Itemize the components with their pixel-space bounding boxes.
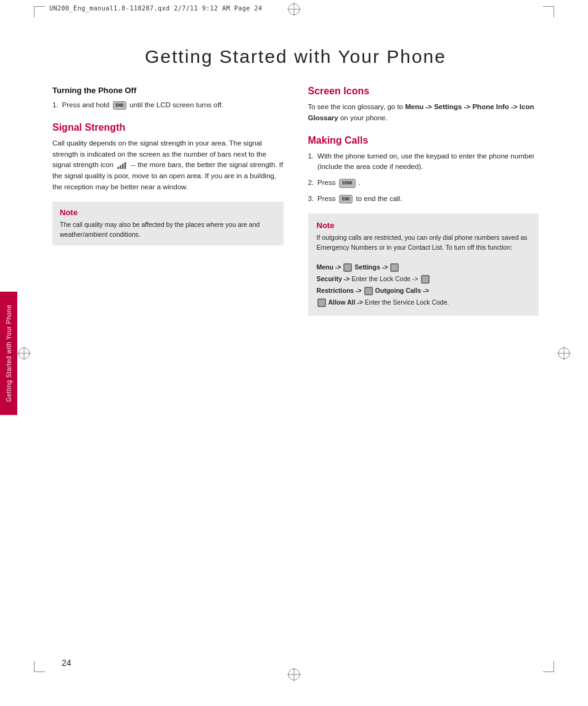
section-making-calls: Making Calls 1. With the phone turned on… (308, 135, 539, 205)
side-tab-text: Getting Started with Your Phone (6, 305, 12, 402)
security-label: Security -> (317, 275, 350, 282)
left-column: Turning the Phone Off 1. Press and hold … (52, 86, 284, 245)
reg-mark-left (17, 347, 31, 360)
page-wrapper: UN200_Eng_manual1.0-110207.qxd 2/7/11 9:… (0, 0, 588, 706)
svg-rect-14 (122, 164, 124, 170)
menu-line-4: Allow All -> Enter the Service Lock Code… (317, 297, 531, 308)
section-signal-strength: Signal Strength Call quality depends on … (52, 122, 284, 193)
making-calls-step-3: 3. Press END to end the call. (308, 194, 539, 205)
lock-icon (421, 275, 430, 284)
reg-mark-bottom (287, 668, 301, 681)
step-mc-1-text: With the phone turned on, use the keypad… (317, 151, 539, 173)
crop-mark-tl (34, 6, 45, 17)
making-calls-step-1: 1. With the phone turned on, use the key… (308, 151, 539, 173)
step-1-text: Press and hold END until the LCD screen … (62, 100, 224, 111)
note-intro-text: If outgoing calls are restricted, you ca… (317, 233, 531, 307)
restrictions-icon (364, 287, 373, 295)
signal-strength-body: Call quality depends on the signal stren… (52, 138, 284, 193)
screen-icons-body: To see the icon glossary, go to Menu -> … (308, 102, 539, 124)
settings-label: Settings -> (354, 263, 388, 271)
right-column: Screen Icons To see the icon glossary, g… (308, 86, 539, 316)
svg-rect-13 (120, 165, 121, 169)
allow-all-text: Enter the Service Lock Code. (365, 298, 449, 306)
making-calls-steps: 1. With the phone turned on, use the key… (308, 151, 539, 205)
side-tab: Getting Started with Your Phone (0, 292, 17, 415)
turning-off-step: 1. Press and hold END until the LCD scre… (52, 100, 284, 111)
menu-icon-s1 (343, 263, 352, 272)
note-box-right: Note If outgoing calls are restricted, y… (308, 213, 539, 316)
svg-rect-12 (118, 167, 120, 169)
page-title: Getting Started with Your Phone (52, 34, 539, 67)
note-intro-p: If outgoing calls are restricted, you ca… (317, 233, 531, 253)
turning-off-heading: Turning the Phone Off (52, 86, 284, 95)
svg-rect-15 (125, 162, 126, 169)
step-1-num: 1. (52, 100, 59, 111)
end-key-icon-3: END (339, 195, 353, 204)
crop-mark-bl (34, 661, 45, 672)
making-calls-heading: Making Calls (308, 135, 539, 146)
signal-strength-icon (116, 162, 128, 169)
screen-icons-p1: To see the icon glossary, go to Menu -> … (308, 102, 539, 124)
menu-label: Menu -> (317, 263, 341, 271)
two-column-layout: Turning the Phone Off 1. Press and hold … (52, 86, 539, 316)
screen-icons-heading: Screen Icons (308, 86, 539, 97)
menu-line-1: Menu -> Settings -> (317, 262, 531, 273)
step-mc-3-text: Press END to end the call. (317, 194, 402, 205)
main-content: Getting Started with Your Phone Turning … (52, 34, 539, 657)
outgoing-calls-label: Outgoing Calls -> (375, 287, 429, 294)
allow-all-icon (317, 298, 326, 307)
note-text-left: The call quality may also be affected by… (60, 220, 276, 240)
screen-icons-menu: Menu -> Settings -> Phone Info -> Icon G… (308, 103, 534, 121)
crop-mark-br (543, 661, 554, 672)
security-text: Enter the Lock Code -> (351, 275, 420, 282)
section-screen-icons: Screen Icons To see the icon glossary, g… (308, 86, 539, 124)
note-box-left: Note The call quality may also be affect… (52, 202, 284, 246)
restrictions-label: Restrictions -> (317, 287, 362, 294)
making-calls-step-2: 2. Press SEND . (308, 178, 539, 189)
menu-icon-s2 (390, 263, 399, 272)
note-title-left: Note (60, 208, 276, 217)
reg-mark-top (287, 2, 301, 16)
end-key-icon: END (113, 101, 127, 110)
page-number: 24 (62, 658, 71, 668)
signal-strength-heading: Signal Strength (52, 122, 284, 133)
menu-line-2: Security -> Enter the Lock Code -> (317, 274, 531, 284)
send-key-icon: SEND (339, 179, 356, 188)
crop-mark-tr (543, 6, 554, 17)
reg-mark-right (557, 347, 571, 360)
note-title-right: Note (317, 221, 531, 230)
signal-body-p1: Call quality depends on the signal stren… (52, 138, 284, 193)
section-turning-off: Turning the Phone Off 1. Press and hold … (52, 86, 284, 111)
step-mc-2-text: Press SEND . (317, 178, 361, 189)
allow-all-label: Allow All -> (328, 298, 363, 306)
print-header: UN200_Eng_manual1.0-110207.qxd 2/7/11 9:… (49, 5, 263, 12)
menu-line-3: Restrictions -> Outgoing Calls -> (317, 285, 531, 296)
